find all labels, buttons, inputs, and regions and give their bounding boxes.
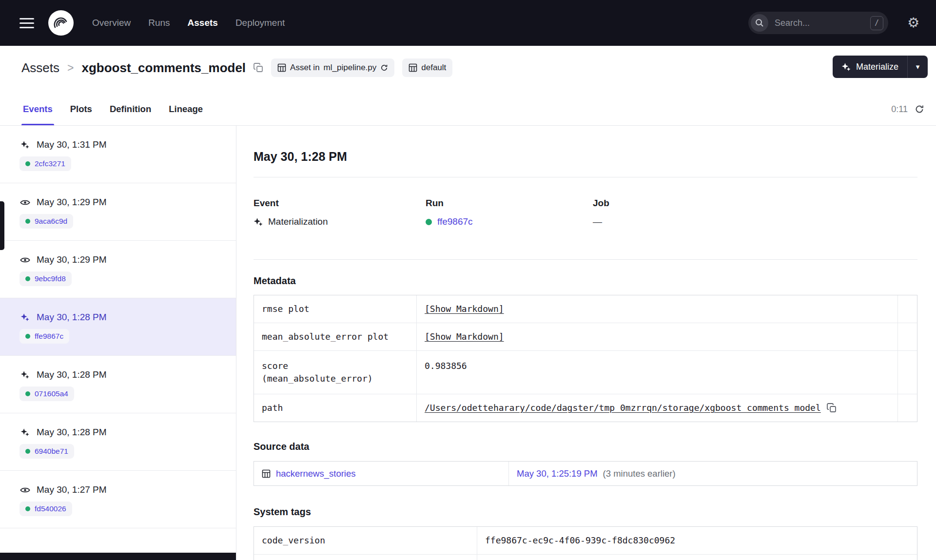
metadata-value: [Show Markdown] (417, 295, 898, 323)
run-id-pill[interactable]: 071605a4 (20, 386, 74, 401)
table-icon (409, 63, 417, 72)
eye-icon (20, 256, 30, 264)
search-shortcut-badge: / (870, 16, 883, 30)
run-id-link[interactable]: 2cfc3271 (35, 159, 65, 168)
job-label: Job (593, 197, 609, 209)
status-dot (25, 334, 30, 339)
event-list-item[interactable]: May 30, 1:29 PM 9aca6c9d (0, 183, 236, 241)
table-row-partial (477, 555, 917, 560)
metadata-table: rmse plot [Show Markdown] mean_absolute_… (254, 295, 917, 422)
status-dot (25, 161, 30, 166)
event-timestamp: May 30, 1:31 PM (37, 139, 107, 150)
refresh-countdown: 0:11 (891, 93, 924, 125)
run-id-pill[interactable]: ffe9867c (20, 329, 69, 344)
refresh-icon[interactable] (915, 104, 924, 114)
event-list-item[interactable]: May 30, 1:28 PM 071605a4 (0, 356, 236, 413)
sidebar-horizontal-scrollbar[interactable] (0, 553, 236, 560)
asset-location-tag[interactable]: Asset in ml_pipeline.py (271, 58, 394, 77)
metadata-key: path (254, 394, 417, 422)
run-id-link[interactable]: 9aca6c9d (35, 217, 67, 226)
settings-gear-icon[interactable]: ⚙ (907, 16, 919, 30)
source-asset-link[interactable]: hackernews_stories (276, 468, 356, 479)
run-id-pill[interactable]: fd540026 (20, 502, 72, 516)
event-list-item[interactable]: May 30, 1:27 PM fd540026 (0, 471, 236, 528)
menu-icon[interactable] (20, 15, 34, 31)
run-id-pill[interactable]: 9ebc9fd8 (20, 271, 72, 286)
event-list-item-selected[interactable]: May 30, 1:28 PM ffe9867c (0, 298, 236, 356)
event-list: May 30, 1:31 PM 2cfc3271 May 30, 1:29 PM… (0, 126, 236, 560)
nav-runs[interactable]: Runs (148, 18, 170, 28)
table-action-cell (898, 295, 917, 323)
run-id-link[interactable]: 6940be71 (35, 447, 68, 456)
run-id-link[interactable]: ffe9867c (35, 332, 63, 341)
top-nav: Overview Runs Assets Deployment Search..… (0, 0, 936, 46)
job-value: — (593, 216, 602, 227)
tab-lineage[interactable]: Lineage (167, 93, 204, 125)
sparkle-icon (20, 313, 30, 322)
status-dot (25, 276, 30, 281)
detail-title: May 30, 1:28 PM (254, 149, 917, 164)
status-dot (426, 219, 432, 225)
run-id-link[interactable]: fd540026 (35, 504, 66, 513)
copy-path-icon[interactable] (827, 403, 837, 413)
source-asset-cell: hackernews_stories (254, 462, 509, 485)
metadata-key: mean_absolute_error plot (254, 323, 417, 351)
tab-definition[interactable]: Definition (108, 93, 153, 125)
section-title-metadata: Metadata (254, 274, 917, 287)
section-title-source-data: Source data (254, 440, 917, 453)
status-dot (25, 219, 30, 224)
tab-plots[interactable]: Plots (69, 93, 94, 125)
tab-events[interactable]: Events (21, 93, 54, 125)
sparkle-icon (20, 428, 30, 437)
event-timestamp: May 30, 1:29 PM (37, 197, 107, 208)
search-placeholder: Search... (775, 18, 870, 28)
materialize-button[interactable]: Materialize (833, 56, 907, 78)
metadata-value: /Users/odetteharary/code/dagster/tmp_0mz… (417, 394, 898, 422)
run-link[interactable]: ffe9867c (437, 216, 473, 227)
asset-file-link[interactable]: ml_pipeline.py (324, 63, 377, 73)
run-id-link[interactable]: 9ebc9fd8 (35, 274, 66, 283)
breadcrumb: Assets > xgboost_comments_model Asset in… (0, 46, 936, 77)
copy-asset-name-icon[interactable] (254, 63, 263, 73)
run-id-link[interactable]: 071605a4 (35, 389, 68, 398)
asset-group-tag[interactable]: default (402, 58, 452, 77)
nav-overview[interactable]: Overview (92, 18, 131, 28)
section-title-system-tags: System tags (254, 505, 917, 518)
breadcrumb-assets[interactable]: Assets (21, 60, 59, 76)
refresh-countdown-value: 0:11 (891, 104, 908, 115)
eye-icon (20, 486, 30, 494)
table-action-cell (898, 351, 917, 394)
event-label: Event (254, 197, 426, 209)
source-time-cell: May 30, 1:25:19 PM (3 minutes earlier) (509, 462, 917, 485)
event-list-item[interactable]: May 30, 1:29 PM 9ebc9fd8 (0, 241, 236, 298)
search-icon (751, 14, 768, 32)
run-id-pill[interactable]: 9aca6c9d (20, 214, 73, 229)
reload-code-location-icon[interactable] (380, 64, 388, 72)
materialize-label: Materialize (856, 62, 898, 72)
source-timestamp-link[interactable]: May 30, 1:25:19 PM (517, 468, 598, 479)
run-id-pill[interactable]: 6940be71 (20, 444, 74, 459)
tag-value: ffe9867c-ec9c-4f06-939c-f8dc830c0962 (477, 527, 917, 555)
tab-bar: Events Plots Definition Lineage (21, 93, 204, 125)
path-link[interactable]: /Users/odetteharary/code/dagster/tmp_0mz… (425, 402, 821, 414)
asset-group-label: default (421, 63, 446, 73)
event-timestamp: May 30, 1:28 PM (37, 312, 107, 323)
event-list-item[interactable]: May 30, 1:28 PM 6940be71 (0, 413, 236, 471)
tag-key: code_version (254, 527, 477, 555)
nav-deployment[interactable]: Deployment (235, 18, 285, 28)
event-type-value: Materialization (268, 216, 328, 227)
dagster-logo-icon[interactable] (48, 10, 74, 36)
sparkle-icon (20, 370, 30, 379)
show-markdown-link[interactable]: [Show Markdown] (425, 330, 504, 343)
metadata-key: rmse plot (254, 295, 417, 323)
materialize-caret-button[interactable]: ▾ (907, 56, 928, 78)
table-action-cell (898, 394, 917, 422)
nav-assets[interactable]: Assets (188, 18, 218, 28)
asset-location-prefix: Asset in (290, 63, 319, 73)
show-markdown-link[interactable]: [Show Markdown] (425, 303, 504, 315)
event-list-item[interactable]: May 30, 1:31 PM 2cfc3271 (0, 126, 236, 183)
table-icon (277, 63, 286, 72)
run-id-pill[interactable]: 2cfc3271 (20, 156, 71, 171)
search-input[interactable]: Search... / (748, 12, 888, 34)
sidebar-vertical-scrollbar[interactable] (0, 201, 4, 250)
